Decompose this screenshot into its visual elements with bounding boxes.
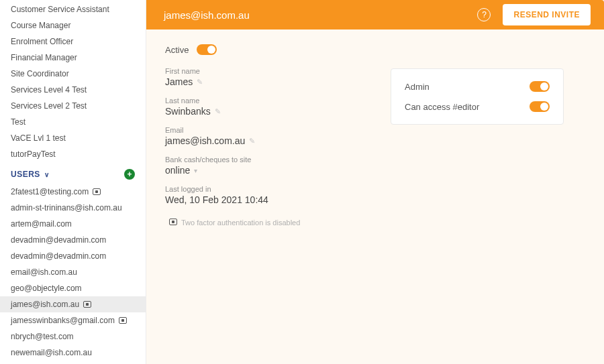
sidebar: Customer Service AssistantCourse Manager… — [0, 0, 146, 364]
users-section-toggle[interactable]: USERS ∨ — [11, 170, 49, 179]
sidebar-user-label: artem@mail.com — [11, 219, 72, 229]
last-name-field[interactable]: Swinbanks ✎ — [165, 106, 366, 117]
active-row: Active — [165, 44, 366, 55]
sidebar-user-item[interactable]: geo@objectyle.com — [0, 280, 146, 296]
sidebar-user-label: geo@objectyle.com — [11, 284, 82, 293]
two-factor-notice: Two factor authentication is disabled — [165, 219, 366, 227]
active-toggle[interactable] — [197, 44, 217, 55]
sidebar-user-item[interactable]: test@jim.com — [0, 361, 146, 364]
sidebar-role-item[interactable]: Customer Service Assistant — [0, 1, 146, 17]
sidebar-role-item[interactable]: Course Manager — [0, 17, 146, 34]
resend-invite-button[interactable]: RESEND INVITE — [503, 4, 591, 25]
sidebar-role-item[interactable]: Services Level 2 Test — [0, 98, 146, 114]
email-value: james@ish.com.au — [165, 135, 245, 146]
sidebar-user-label: devadmin@devadmin.com — [11, 235, 106, 245]
detail-content: Active First name James ✎ Last name Swin… — [146, 29, 604, 364]
sidebar-user-item[interactable]: admin-st-trininans@ish.com.au — [0, 200, 146, 216]
phone-icon — [169, 219, 177, 225]
chevron-down-icon: ▾ — [194, 167, 197, 174]
sidebar-role-item[interactable]: tutorPayTest — [0, 146, 146, 162]
sidebar-user-item[interactable]: devadmin@devadmin.com — [0, 248, 146, 264]
add-user-button[interactable]: + — [124, 169, 135, 180]
editor-label: Can access #editor — [405, 102, 479, 112]
user-fields: Active First name James ✎ Last name Swin… — [165, 44, 366, 227]
sidebar-user-label: 2fatest1@testing.com — [11, 187, 89, 196]
pencil-icon: ✎ — [249, 137, 255, 145]
header-title: james@ish.com.au — [164, 9, 477, 21]
last-login-value: Wed, 10 Feb 2021 10:44 — [165, 194, 366, 205]
phone-icon — [93, 188, 101, 195]
main-panel: james@ish.com.au ? RESEND INVITE Active … — [146, 0, 604, 364]
sidebar-user-item[interactable]: devadmin@devadmin.com — [0, 232, 146, 248]
active-label: Active — [165, 45, 189, 55]
permissions-card: Admin Can access #editor — [391, 68, 564, 125]
sidebar-user-item[interactable]: james@ish.com.au — [0, 296, 146, 312]
bank-select[interactable]: online ▾ — [165, 165, 366, 176]
last-name-label: Last name — [165, 97, 366, 105]
editor-row: Can access #editor — [405, 101, 550, 112]
sidebar-user-label: newemail@ish.com.au — [11, 348, 92, 357]
sidebar-role-item[interactable]: Services Level 4 Test — [0, 82, 146, 98]
pencil-icon: ✎ — [197, 78, 203, 86]
users-section-label: USERS — [11, 170, 40, 179]
sidebar-user-item[interactable]: email@ish.com.au — [0, 264, 146, 280]
sidebar-user-label: james@ish.com.au — [11, 300, 79, 309]
sidebar-user-label: nbrych@test.com — [11, 332, 74, 341]
admin-row: Admin — [405, 81, 550, 92]
detail-header: james@ish.com.au ? RESEND INVITE — [146, 0, 604, 29]
users-section-header: USERS ∨ + — [0, 162, 146, 184]
help-icon[interactable]: ? — [477, 8, 491, 21]
sidebar-user-label: email@ish.com.au — [11, 267, 77, 277]
editor-toggle[interactable] — [530, 101, 550, 112]
email-field[interactable]: james@ish.com.au ✎ — [165, 135, 366, 146]
admin-label: Admin — [405, 82, 430, 92]
phone-icon — [83, 301, 91, 308]
last-name-value: Swinbanks — [165, 106, 211, 117]
sidebar-user-label: jamesswinbanks@gmail.com — [11, 316, 115, 325]
last-login-label: Last logged in — [165, 185, 366, 193]
sidebar-user-item[interactable]: newemail@ish.com.au — [0, 345, 146, 361]
bank-label: Bank cash/cheques to site — [165, 156, 366, 164]
chevron-down-icon: ∨ — [44, 171, 50, 178]
sidebar-user-item[interactable]: 2fatest1@testing.com — [0, 184, 146, 200]
sidebar-user-item[interactable]: jamesswinbanks@gmail.com — [0, 312, 146, 328]
phone-icon — [119, 317, 127, 324]
first-name-field[interactable]: James ✎ — [165, 76, 366, 87]
admin-toggle[interactable] — [530, 81, 550, 92]
email-label: Email — [165, 126, 366, 134]
sidebar-role-item[interactable]: Enrolment Officer — [0, 34, 146, 50]
sidebar-user-label: admin-st-trininans@ish.com.au — [11, 203, 122, 213]
pencil-icon: ✎ — [215, 107, 221, 116]
sidebar-user-item[interactable]: artem@mail.com — [0, 216, 146, 232]
two-factor-text: Two factor authentication is disabled — [181, 219, 300, 227]
sidebar-user-label: devadmin@devadmin.com — [11, 251, 106, 261]
sidebar-role-item[interactable]: Site Coordinator — [0, 66, 146, 82]
bank-value: online — [165, 165, 190, 176]
sidebar-role-item[interactable]: Test — [0, 114, 146, 130]
sidebar-user-item[interactable]: nbrych@test.com — [0, 328, 146, 345]
sidebar-role-item[interactable]: VaCE Lvl 1 test — [0, 130, 146, 146]
sidebar-role-item[interactable]: Financial Manager — [0, 50, 146, 66]
first-name-value: James — [165, 76, 193, 87]
first-name-label: First name — [165, 67, 366, 75]
